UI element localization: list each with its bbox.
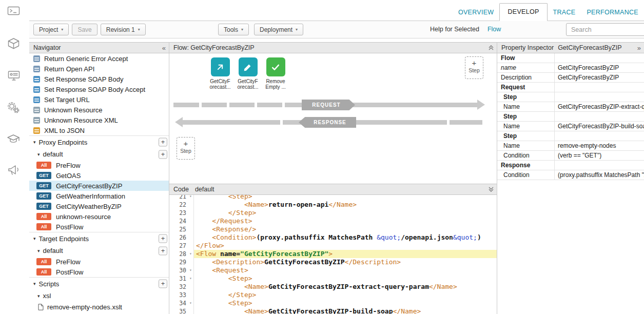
navigator-group-xsl[interactable]: ▾xsl <box>29 290 169 302</box>
code-text[interactable]: <Name>GetCityForecastByZIP-extract-query… <box>194 283 497 291</box>
inspector-row-name[interactable]: nameGetCityForecastByZIP <box>497 63 644 73</box>
navigator-policy-item[interactable]: Return Generic Error Accept <box>29 53 169 64</box>
inspector-row-condition[interactable]: Condition(proxy.pathsuffix MatchesPath "… <box>497 170 644 180</box>
code-text[interactable]: </Step> <box>194 209 497 217</box>
add-step-button[interactable]: + Step <box>177 137 195 160</box>
flow-step[interactable]: GetCityForecast... <box>234 57 262 90</box>
navigator-item-postflow[interactable]: AllPostFlow <box>29 267 169 277</box>
inspector-row-flow[interactable]: Flow <box>497 53 644 63</box>
navigator-item-getcityforecastbyzip[interactable]: GETGetCityForecastByZIP <box>29 181 169 191</box>
package-icon[interactable] <box>7 37 21 51</box>
inspector-row-value[interactable]: GetCityForecastByZIP <box>555 63 644 72</box>
code-text[interactable]: <Description>GetCityForecastByZIP</Descr… <box>194 258 497 266</box>
navigator-section-target-endpoints[interactable]: ▾Target Endpoints+ <box>29 232 169 245</box>
inspector-row-name[interactable]: Nameremove-empty-nodes <box>497 141 644 151</box>
inspector-row-step[interactable]: Step <box>497 131 644 141</box>
navigator-item-preflow[interactable]: AllPreFlow <box>29 160 169 170</box>
code-text[interactable]: <Step> <box>194 195 497 201</box>
fold-marker[interactable]: ▾ <box>188 274 193 283</box>
code-line[interactable]: 33 </Step> <box>169 291 497 299</box>
code-line[interactable]: 30▾ <Request> <box>169 266 497 274</box>
navigator-item-preflow[interactable]: AllPreFlow <box>29 257 169 267</box>
tab-overview[interactable]: OVERVIEW <box>453 4 500 21</box>
navigator-policy-item[interactable]: Return Open API <box>29 64 169 74</box>
code-line[interactable]: 22 <Name>return-open-api</Name> <box>169 201 497 209</box>
tools-menu-button[interactable]: Tools ▾ <box>218 24 249 35</box>
search-input[interactable] <box>566 23 644 36</box>
fold-marker[interactable]: ▾ <box>188 195 193 201</box>
collapse-flow-icon[interactable] <box>489 43 494 53</box>
code-text[interactable]: <Step> <box>194 299 497 307</box>
code-text[interactable]: </Request> <box>194 217 497 225</box>
navigator-policy-item[interactable]: Set Target URL <box>29 94 169 105</box>
tab-performance[interactable]: PERFORMANCE <box>581 4 644 21</box>
save-button[interactable]: Save <box>72 24 97 35</box>
navigator-policy-item[interactable]: Unknown Resource XML <box>29 115 169 125</box>
help-flow-link[interactable]: Flow <box>487 26 501 33</box>
code-editor[interactable]: 21▾ <Step>22 <Name>return-open-api</Name… <box>169 195 497 314</box>
navigator-policy-item[interactable]: XML to JSON <box>29 125 169 135</box>
inspector-row-value[interactable]: GetCityForecastByZIP-build-soap <box>555 122 644 131</box>
navigator-item-getweatherinformation[interactable]: GETGetWeatherInformation <box>29 191 169 201</box>
code-text[interactable]: <Request> <box>194 266 497 274</box>
inspector-row-response[interactable]: Response <box>497 161 644 170</box>
code-line[interactable]: 32 <Name>GetCityForecastByZIP-extract-qu… <box>169 283 497 291</box>
gears-icon[interactable] <box>7 101 21 115</box>
add-button[interactable]: + <box>159 246 167 255</box>
code-text[interactable]: <Condition>(proxy.pathsuffix MatchesPath… <box>194 233 497 242</box>
code-line[interactable]: 27</Flow> <box>169 242 497 250</box>
add-step-button[interactable]: + Step <box>465 56 483 79</box>
navigator-item-postflow[interactable]: AllPostFlow <box>29 222 169 232</box>
devices-icon[interactable] <box>7 69 21 83</box>
code-line[interactable]: 29 <Description>GetCityForecastByZIP</De… <box>169 258 497 266</box>
code-line[interactable]: 31▾ <Step> <box>169 274 497 283</box>
tab-trace[interactable]: TRACE <box>548 4 581 21</box>
inspector-row-step[interactable]: Step <box>497 92 644 102</box>
code-text[interactable]: <Response/> <box>194 225 497 233</box>
code-line[interactable]: 28▾<Flow name="GetCityForecastByZIP"> <box>169 250 497 258</box>
code-line[interactable]: 26 <Condition>(proxy.pathsuffix MatchesP… <box>169 233 497 242</box>
navigator-policy-item[interactable]: Set Response SOAP Body Accept <box>29 84 169 94</box>
navigator-item-getcityweatherbyzip[interactable]: GETGetCityWeatherByZIP <box>29 201 169 211</box>
navigator-group-default[interactable]: ▾default+ <box>29 148 169 160</box>
navigator-file-remove-empty-nodes-xslt[interactable]: remove-empty-nodes.xslt <box>29 302 169 312</box>
navigator-section-proxy-endpoints[interactable]: ▾Proxy Endpoints+ <box>29 135 169 148</box>
inspector-row-value[interactable]: (verb == "GET") <box>555 151 644 160</box>
code-text[interactable]: </Step> <box>194 291 497 299</box>
inspector-row-description[interactable]: DescriptionGetCityForecastByZIP <box>497 73 644 83</box>
fold-marker[interactable]: ▾ <box>188 250 193 258</box>
fold-marker[interactable]: ▾ <box>188 266 193 274</box>
navigator-section-scripts[interactable]: ▾Scripts+ <box>29 277 169 290</box>
code-line[interactable]: 35 <Name>GetCityForecastByZIP-build-soap… <box>169 307 497 314</box>
fold-marker[interactable]: ▾ <box>188 299 193 307</box>
add-button[interactable]: + <box>159 138 167 147</box>
inspector-row-value[interactable]: remove-empty-nodes <box>555 141 644 150</box>
navigator-policy-item[interactable]: Unknown Resource <box>29 105 169 115</box>
revision-menu-button[interactable]: Revision 1 ▾ <box>101 24 146 35</box>
inspector-row-condition[interactable]: Condition(verb == "GET") <box>497 151 644 161</box>
code-text[interactable]: </Flow> <box>194 242 497 250</box>
code-text[interactable]: <Name>GetCityForecastByZIP-build-soap</N… <box>194 307 497 314</box>
code-line[interactable]: 21▾ <Step> <box>169 195 497 201</box>
inspector-row-request[interactable]: Request <box>497 83 644 92</box>
code-text[interactable]: <Step> <box>194 274 497 283</box>
code-text[interactable]: <Name>return-open-api</Name> <box>194 201 497 209</box>
inspector-row-name[interactable]: NameGetCityForecastByZIP-build-soap <box>497 122 644 131</box>
add-button[interactable]: + <box>159 234 167 243</box>
navigator-item-unknown-resource[interactable]: Allunknown-resource <box>29 211 169 222</box>
add-button[interactable]: + <box>159 150 167 159</box>
inspector-row-value[interactable]: GetCityForecastByZIP <box>555 73 644 82</box>
inspector-row-value[interactable]: GetCityForecastByZIP-extract-query-param <box>555 102 644 111</box>
code-line[interactable]: 34▾ <Step> <box>169 299 497 307</box>
navigator-group-default[interactable]: ▾default+ <box>29 245 169 257</box>
navigator-file-remove-namespaces-xslt[interactable]: remove-namespaces.xslt <box>29 312 169 314</box>
flow-step[interactable]: GetCityForecast... <box>206 57 234 90</box>
collapse-code-icon[interactable] <box>489 184 494 194</box>
expand-inspector-icon[interactable]: » <box>637 43 641 53</box>
code-line[interactable]: 23 </Step> <box>169 209 497 217</box>
code-line[interactable]: 25 <Response/> <box>169 225 497 233</box>
inspector-row-step[interactable]: Step <box>497 112 644 122</box>
code-text[interactable]: <Flow name="GetCityForecastByZIP"> <box>194 250 497 258</box>
terminal-icon[interactable] <box>7 4 21 18</box>
flow-step[interactable]: RemoveEmpty ... <box>262 57 289 90</box>
